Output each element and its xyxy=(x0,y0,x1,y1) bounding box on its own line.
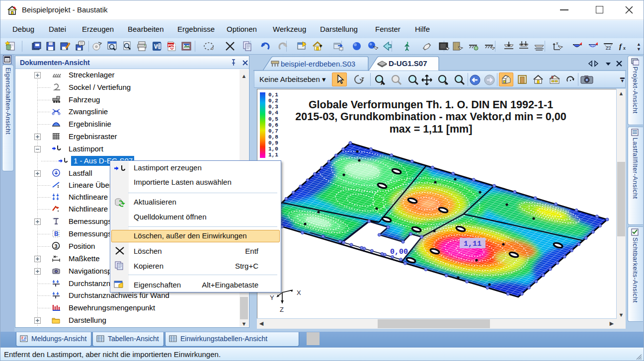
svg-text:X: X xyxy=(297,289,301,296)
svg-text:Z: Z xyxy=(280,306,284,313)
svg-text:0,00: 0,00 xyxy=(390,248,408,256)
svg-text:1,11: 1,11 xyxy=(464,240,482,248)
svg-text:Y: Y xyxy=(270,294,274,301)
